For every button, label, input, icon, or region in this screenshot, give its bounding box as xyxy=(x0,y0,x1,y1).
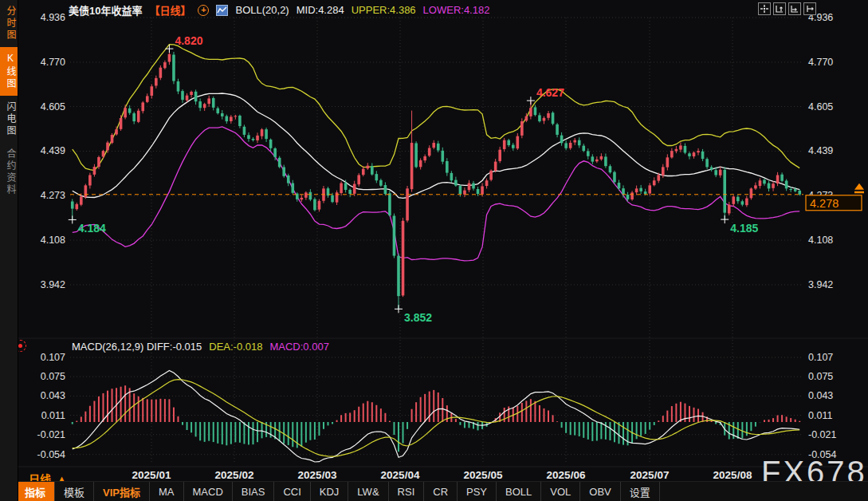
bottom-tab-3[interactable]: VIP指标 xyxy=(94,482,150,501)
candle-body xyxy=(304,192,308,197)
candle-body xyxy=(186,96,189,101)
axis-zoom-up-icon[interactable] xyxy=(773,2,786,15)
candle-body xyxy=(84,185,88,197)
bottom-tab-2[interactable]: 模板 xyxy=(55,482,94,501)
boll-lower-line xyxy=(73,127,799,261)
bottom-tab-10[interactable]: RSI xyxy=(389,482,425,501)
sidebar-item-time-chart[interactable]: 分时图 xyxy=(0,0,18,47)
candle-body xyxy=(556,124,559,135)
candle-body xyxy=(273,148,277,157)
candle-body xyxy=(543,118,546,121)
candle-body xyxy=(507,140,510,145)
candle-body xyxy=(732,196,735,203)
bottom-tab-11[interactable]: CR xyxy=(424,482,458,501)
y-axis-label-right: 4.108 xyxy=(808,235,833,246)
bottom-tab-14[interactable]: VOL xyxy=(541,482,580,501)
bottom-tab-4[interactable]: MA xyxy=(150,482,184,501)
candle-body xyxy=(124,108,127,117)
macd-dea-value: DEA:-0.018 xyxy=(209,341,262,353)
candle-body xyxy=(97,157,100,167)
current-price-value: 4.278 xyxy=(810,197,839,210)
candle-body xyxy=(357,175,360,184)
candle-body xyxy=(371,166,374,174)
bottom-tab-15[interactable]: OBV xyxy=(580,482,620,501)
candle-body xyxy=(525,116,528,121)
bottom-tab-7[interactable]: CCI xyxy=(274,482,310,501)
candle-body xyxy=(226,116,229,122)
bottom-tab-12[interactable]: PSY xyxy=(458,482,497,501)
candle-body xyxy=(520,121,524,136)
plus-circle-icon[interactable]: + xyxy=(198,5,209,16)
candle-body xyxy=(252,139,255,140)
sidebar-item-contract-info[interactable]: 合约资料 xyxy=(0,143,18,202)
candle-body xyxy=(582,146,585,151)
candle-body xyxy=(670,151,674,157)
macd-diff-value: MACD(26,12,9) DIFF:-0.015 xyxy=(72,341,202,353)
candle-body xyxy=(728,205,731,214)
macd-header: MACD(26,12,9) DIFF:-0.015 DEA:-0.018 MAC… xyxy=(72,341,329,353)
macd-axis-label-right: 0.107 xyxy=(808,352,833,363)
candle-body xyxy=(155,78,158,86)
month-label: 2025/05 xyxy=(464,469,503,481)
candle-body xyxy=(309,192,312,199)
bottom-tab-5[interactable]: MACD xyxy=(184,482,233,501)
boll-upper-line xyxy=(73,45,799,171)
candle-body xyxy=(318,201,321,210)
move-crosshair-icon[interactable] xyxy=(758,2,771,15)
candle-body xyxy=(93,167,96,175)
candle-body xyxy=(463,191,466,195)
candle-body xyxy=(516,136,520,149)
axis-zoom-right-icon[interactable] xyxy=(788,2,801,15)
candle-body xyxy=(780,175,784,181)
candle-body xyxy=(278,158,281,168)
bottom-tab-8[interactable]: KDJ xyxy=(311,482,349,501)
candle-body xyxy=(626,195,630,199)
candle-body xyxy=(198,101,202,108)
candle-body xyxy=(151,86,154,96)
sidebar-item-flash-chart[interactable]: 闪电图 xyxy=(0,96,18,143)
candle-body xyxy=(80,196,83,204)
chart-canvas[interactable]: 4.9364.9364.7704.7704.6054.6054.4394.439… xyxy=(0,0,868,501)
candle-body xyxy=(181,91,184,100)
candle-body xyxy=(146,96,149,101)
chart-header: 美债10年收益率 【日线】 + BOLL(20,2) MID:4.284 UPP… xyxy=(69,2,489,18)
candle-body xyxy=(163,62,167,68)
left-sidebar: 分时图 K线图 闪电图 合约资料 xyxy=(0,0,18,501)
candle-body xyxy=(630,192,634,199)
candle-body xyxy=(591,156,595,161)
candle-body xyxy=(212,98,215,108)
bottom-tab-13[interactable]: BOLL xyxy=(497,482,541,501)
bottom-tab-6[interactable]: BIAS xyxy=(233,482,275,501)
candle-body xyxy=(693,152,696,156)
candle-body xyxy=(141,102,144,111)
candle-body xyxy=(437,144,440,151)
chart-type-icon[interactable] xyxy=(216,5,228,16)
candle-body xyxy=(428,148,431,156)
candle-body xyxy=(450,173,454,180)
bottom-tab-9[interactable]: LW& xyxy=(348,482,388,501)
candle-body xyxy=(759,180,762,186)
sidebar-item-kline-chart[interactable]: K线图 xyxy=(0,47,18,96)
candle-body xyxy=(547,113,550,118)
candle-body xyxy=(406,188,409,220)
candle-body xyxy=(564,143,568,148)
candle-body xyxy=(115,129,118,134)
candle-body xyxy=(639,188,642,191)
candle-body xyxy=(600,156,603,160)
candle-body xyxy=(454,180,458,186)
y-axis-label-right: 4.605 xyxy=(808,101,833,112)
shift-right-icon[interactable] xyxy=(803,2,816,15)
y-axis-label-right: 4.439 xyxy=(808,145,833,156)
candle-body xyxy=(604,156,607,166)
candle-body xyxy=(423,156,426,160)
candle-body xyxy=(750,188,753,198)
candle-body xyxy=(768,183,771,189)
bottom-tab-1[interactable]: 指标 xyxy=(16,482,55,501)
bottom-tab-16[interactable]: 设置 xyxy=(621,482,660,501)
macd-axis-label-left: 0.011 xyxy=(41,410,65,421)
chart-tool-strip xyxy=(758,2,816,15)
candle-body xyxy=(714,170,717,175)
candle-body xyxy=(595,160,599,161)
candle-body xyxy=(529,108,532,116)
month-label: 2025/01 xyxy=(132,469,171,481)
